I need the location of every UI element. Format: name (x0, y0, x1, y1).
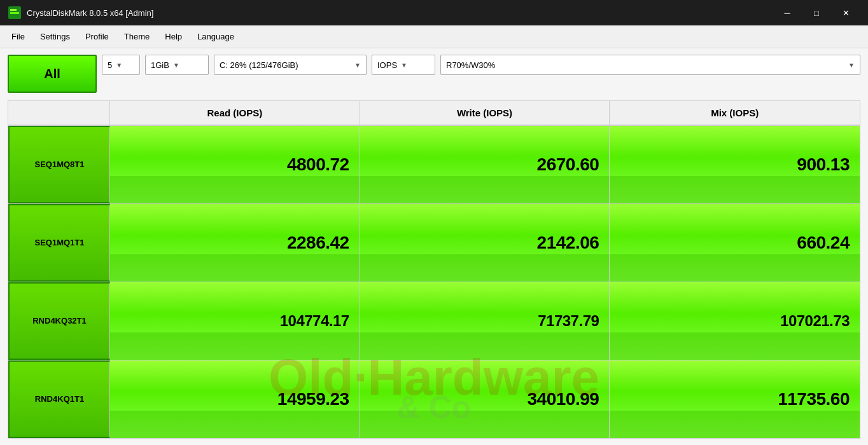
menu-language[interactable]: Language (191, 29, 241, 44)
menu-settings[interactable]: Settings (34, 29, 76, 44)
menubar: File Settings Profile Theme Help Languag… (0, 25, 868, 48)
svg-rect-2 (10, 9, 17, 11)
minimize-button[interactable]: ─ (773, 0, 802, 25)
read-value-3: 14959.23 (110, 360, 360, 438)
drive-value: C: 26% (125/476GiB) (220, 60, 298, 70)
profile-dropdown[interactable]: R70%/W30% ▼ (440, 55, 860, 75)
read-value-1: 2286.42 (110, 204, 360, 282)
mix-value-2: 107021.73 (610, 282, 860, 360)
profile-value: R70%/W30% (446, 60, 495, 70)
count-arrow: ▼ (116, 62, 122, 69)
unit-value: IOPS (377, 60, 397, 70)
menu-help[interactable]: Help (158, 29, 188, 44)
size-dropdown[interactable]: 1GiB ▼ (145, 55, 209, 75)
mix-value-0: 900.13 (610, 126, 860, 203)
size-arrow: ▼ (173, 62, 179, 69)
write-value-3: 34010.99 (360, 360, 610, 438)
menu-profile[interactable]: Profile (79, 29, 115, 44)
table-body: SEQ1M Q8T1 4800.72 2670.60 900.13 SEQ1M … (8, 126, 860, 438)
maximize-button[interactable]: □ (802, 0, 831, 25)
header-write: Write (IOPS) (360, 101, 610, 125)
unit-arrow: ▼ (401, 62, 407, 69)
read-value-2: 104774.17 (110, 282, 360, 360)
count-dropdown[interactable]: 5 ▼ (102, 55, 140, 75)
close-button[interactable]: ✕ (831, 0, 860, 25)
menu-theme[interactable]: Theme (118, 29, 156, 44)
write-value-1: 2142.06 (360, 204, 610, 282)
unit-dropdown[interactable]: IOPS ▼ (372, 55, 435, 75)
mix-value-1: 660.24 (610, 204, 860, 282)
menu-file[interactable]: File (5, 29, 31, 44)
mix-value-3: 11735.60 (610, 360, 860, 438)
row-label-1: SEQ1M Q1T1 (8, 204, 110, 282)
table-row: SEQ1M Q1T1 2286.42 2142.06 660.24 (8, 204, 860, 282)
write-value-0: 2670.60 (360, 126, 610, 203)
row-label-2: RND4K Q32T1 (8, 282, 110, 360)
header-mix: Mix (IOPS) (610, 101, 860, 125)
window-title: CrystalDiskMark 8.0.5 x64 [Admin] (27, 8, 773, 18)
window-controls: ─ □ ✕ (773, 0, 860, 25)
drive-dropdown[interactable]: C: 26% (125/476GiB) ▼ (214, 55, 367, 75)
all-button[interactable]: All (8, 55, 97, 93)
header-label (8, 101, 110, 125)
svg-rect-1 (10, 12, 19, 14)
header-read: Read (IOPS) (110, 101, 360, 125)
row-label-3: RND4K Q1T1 (8, 360, 110, 438)
titlebar: CrystalDiskMark 8.0.5 x64 [Admin] ─ □ ✕ (0, 0, 868, 25)
size-value: 1GiB (151, 60, 169, 70)
table-row: RND4K Q1T1 14959.23 34010.99 11735.60 (8, 360, 860, 438)
app-icon (8, 6, 22, 20)
controls-row: All 5 ▼ 1GiB ▼ C: 26% (125/476GiB) ▼ IOP… (8, 55, 860, 93)
read-value-0: 4800.72 (110, 126, 360, 203)
row-label-0: SEQ1M Q8T1 (8, 126, 110, 203)
table-header: Read (IOPS) Write (IOPS) Mix (IOPS) (8, 101, 860, 126)
write-value-2: 71737.79 (360, 282, 610, 360)
profile-arrow: ▼ (848, 62, 855, 69)
table-row: SEQ1M Q8T1 4800.72 2670.60 900.13 (8, 126, 860, 204)
count-value: 5 (108, 60, 112, 70)
drive-arrow: ▼ (354, 62, 361, 69)
main-content: All 5 ▼ 1GiB ▼ C: 26% (125/476GiB) ▼ IOP… (0, 48, 868, 445)
table-row: RND4K Q32T1 104774.17 71737.79 107021.73 (8, 282, 860, 360)
results-table: Read (IOPS) Write (IOPS) Mix (IOPS) SEQ1… (8, 100, 860, 439)
